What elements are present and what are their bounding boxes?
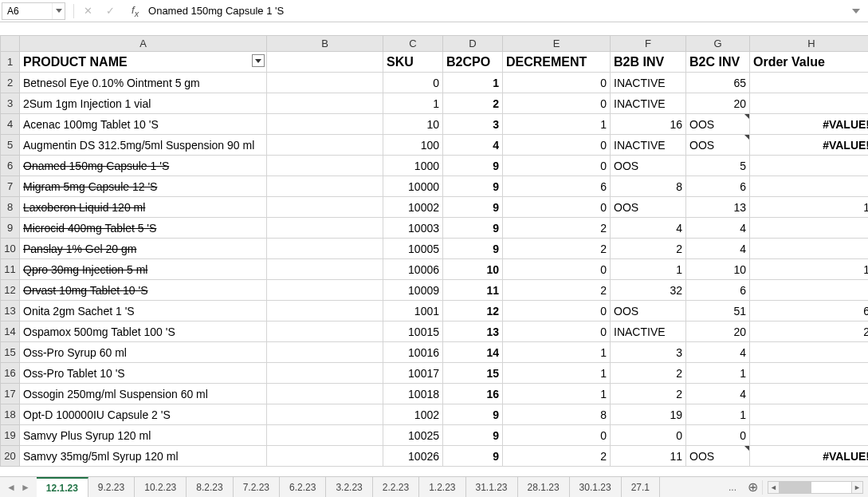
- cell-G6[interactable]: 5: [686, 156, 750, 176]
- cell-C19[interactable]: 10025: [383, 425, 443, 446]
- row-header[interactable]: 8: [1, 197, 20, 218]
- cell-G15[interactable]: 4: [686, 342, 750, 363]
- column-header-H[interactable]: H: [750, 36, 869, 52]
- cell-E13[interactable]: 0: [503, 301, 611, 321]
- cell-A10[interactable]: Panslay 1% Gel 20 gm: [20, 239, 267, 259]
- cell-E12[interactable]: 2: [503, 280, 611, 301]
- cell-C11[interactable]: 10006: [383, 259, 443, 280]
- cell-E3[interactable]: 0: [503, 93, 611, 114]
- cell-B18[interactable]: [267, 404, 383, 425]
- cell-E5[interactable]: 0: [503, 135, 611, 156]
- cell-A11[interactable]: Qpro 30mg Injection 5 ml: [20, 259, 267, 280]
- cell-F7[interactable]: 8: [611, 176, 686, 197]
- sheet-tab[interactable]: 7.2.23: [234, 477, 280, 497]
- cell-G2[interactable]: 65: [686, 73, 750, 93]
- cell-G14[interactable]: 20: [686, 321, 750, 342]
- cell-H2[interactable]: [750, 73, 869, 93]
- cell-H11[interactable]: 1: [750, 259, 869, 280]
- cell-F14[interactable]: INACTIVE: [611, 321, 686, 342]
- row-header[interactable]: 10: [1, 239, 20, 259]
- cell-E8[interactable]: 0: [503, 197, 611, 218]
- cell-G10[interactable]: 4: [686, 239, 750, 259]
- cell-E10[interactable]: 2: [503, 239, 611, 259]
- row-header[interactable]: 18: [1, 404, 20, 425]
- cell-B16[interactable]: [267, 363, 383, 384]
- cell-C12[interactable]: 10009: [383, 280, 443, 301]
- cell-C16[interactable]: 10017: [383, 363, 443, 384]
- cell-F17[interactable]: 2: [611, 384, 686, 404]
- cell-E18[interactable]: 8: [503, 404, 611, 425]
- cell-F16[interactable]: 2: [611, 363, 686, 384]
- row-header[interactable]: 12: [1, 280, 20, 301]
- cell-D13[interactable]: 12: [443, 301, 503, 321]
- scroll-thumb[interactable]: [780, 482, 811, 493]
- cell-H7[interactable]: [750, 176, 869, 197]
- row-header[interactable]: 17: [1, 384, 20, 404]
- cell-B8[interactable]: [267, 197, 383, 218]
- cell-G4[interactable]: OOS: [686, 114, 750, 135]
- cell-A15[interactable]: Oss-Pro Syrup 60 ml: [20, 342, 267, 363]
- cell-A6[interactable]: Onamed 150mg Capsule 1 'S: [20, 156, 267, 176]
- cancel-formula-icon[interactable]: ✕: [79, 2, 96, 20]
- cell-C4[interactable]: 10: [383, 114, 443, 135]
- expand-formula-bar-icon[interactable]: [847, 2, 865, 20]
- row-header[interactable]: 13: [1, 301, 20, 321]
- cell-C9[interactable]: 10003: [383, 218, 443, 239]
- cell-C10[interactable]: 10005: [383, 239, 443, 259]
- cell-D20[interactable]: 9: [443, 446, 503, 467]
- cell-G12[interactable]: 6: [686, 280, 750, 301]
- cell-G18[interactable]: 1: [686, 404, 750, 425]
- header-cell-H[interactable]: Order Value: [750, 52, 869, 73]
- cell-D6[interactable]: 9: [443, 156, 503, 176]
- tabs-overflow[interactable]: ...: [722, 482, 743, 493]
- cell-B14[interactable]: [267, 321, 383, 342]
- cell-B11[interactable]: [267, 259, 383, 280]
- fx-icon[interactable]: fx: [132, 4, 139, 18]
- cell-A3[interactable]: 2Sum 1gm Injection 1 vial: [20, 93, 267, 114]
- cell-A13[interactable]: Onita 2gm Sachet 1 'S: [20, 301, 267, 321]
- cell-B15[interactable]: [267, 342, 383, 363]
- cell-A20[interactable]: Samvy 35mg/5ml Syrup 120 ml: [20, 446, 267, 467]
- cell-H4[interactable]: #VALUE!: [750, 114, 869, 135]
- cell-F20[interactable]: 11: [611, 446, 686, 467]
- cell-B13[interactable]: [267, 301, 383, 321]
- tab-nav-next-icon[interactable]: ►: [19, 482, 32, 493]
- name-box[interactable]: A6: [2, 2, 65, 20]
- cell-F11[interactable]: 1: [611, 259, 686, 280]
- cell-A17[interactable]: Ossogin 250mg/ml Suspension 60 ml: [20, 384, 267, 404]
- cell-H19[interactable]: [750, 425, 869, 446]
- cell-B9[interactable]: [267, 218, 383, 239]
- cell-G11[interactable]: 10: [686, 259, 750, 280]
- sheet-tab[interactable]: 31.1.23: [466, 477, 518, 497]
- cell-E11[interactable]: 0: [503, 259, 611, 280]
- sheet-tab[interactable]: 12.1.23: [37, 477, 88, 497]
- cell-G19[interactable]: 0: [686, 425, 750, 446]
- row-header[interactable]: 16: [1, 363, 20, 384]
- cell-D9[interactable]: 9: [443, 218, 503, 239]
- cell-E9[interactable]: 2: [503, 218, 611, 239]
- cell-F10[interactable]: 2: [611, 239, 686, 259]
- cell-E16[interactable]: 1: [503, 363, 611, 384]
- cell-C14[interactable]: 10015: [383, 321, 443, 342]
- cell-H14[interactable]: 2: [750, 321, 869, 342]
- cell-B10[interactable]: [267, 239, 383, 259]
- cell-B4[interactable]: [267, 114, 383, 135]
- column-header-C[interactable]: C: [383, 36, 443, 52]
- sheet-tab[interactable]: 10.2.23: [135, 477, 187, 497]
- cell-C2[interactable]: 0: [383, 73, 443, 93]
- cell-B3[interactable]: [267, 93, 383, 114]
- cell-H17[interactable]: [750, 384, 869, 404]
- row-header[interactable]: 15: [1, 342, 20, 363]
- cell-F15[interactable]: 3: [611, 342, 686, 363]
- cell-D18[interactable]: 9: [443, 404, 503, 425]
- row-header[interactable]: 11: [1, 259, 20, 280]
- cell-F6[interactable]: OOS: [611, 156, 686, 176]
- cell-H12[interactable]: [750, 280, 869, 301]
- scroll-left-icon[interactable]: ◄: [768, 482, 780, 493]
- cell-F19[interactable]: 0: [611, 425, 686, 446]
- row-header[interactable]: 6: [1, 156, 20, 176]
- cell-F13[interactable]: OOS: [611, 301, 686, 321]
- cell-C3[interactable]: 1: [383, 93, 443, 114]
- cell-D7[interactable]: 9: [443, 176, 503, 197]
- cell-D3[interactable]: 2: [443, 93, 503, 114]
